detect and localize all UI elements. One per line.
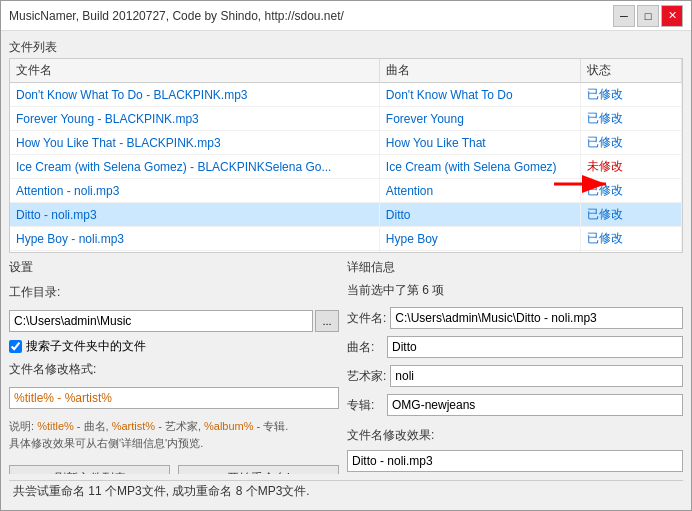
close-button[interactable]: ✕	[661, 5, 683, 27]
details-title: 详细信息	[347, 259, 683, 276]
cell-filename: Don't Know What To Do - BLACKPINK.mp3	[10, 83, 379, 107]
detail-artist-input[interactable]	[390, 365, 683, 387]
main-window: MusicNamer, Build 20120727, Code by Shin…	[0, 0, 692, 511]
format-input-row	[9, 387, 339, 409]
cell-status: 已修改	[581, 227, 682, 251]
maximize-button[interactable]: □	[637, 5, 659, 27]
cell-status: 已修改	[581, 83, 682, 107]
window-body: 文件列表 文件名 曲名 状态 Don't Know What To Do - B…	[1, 31, 691, 510]
detail-artist-label: 艺术家:	[347, 368, 386, 385]
work-dir-input[interactable]	[9, 310, 313, 332]
result-label: 文件名修改效果:	[347, 427, 683, 444]
bottom-section: 设置 工作目录: ... 搜索子文件夹中的文件 文件名修改格式:	[9, 259, 683, 474]
detail-title-label: 曲名:	[347, 339, 383, 356]
cell-title: Forever Young	[379, 107, 580, 131]
desc-text: 说明: %title% - 曲名, %artist% - 艺术家, %album…	[9, 418, 339, 451]
detail-album-row: 专辑:	[347, 394, 683, 416]
desc-line1: 说明: %title% - 曲名, %artist% - 艺术家, %album…	[9, 420, 288, 432]
col-status: 状态	[581, 59, 682, 83]
desc-line2: 具体修改效果可从右侧'详细信息'内预览.	[9, 437, 203, 449]
cell-status: 已修改	[581, 251, 682, 254]
minimize-button[interactable]: ─	[613, 5, 635, 27]
cell-title: Don't Know What To Do	[379, 83, 580, 107]
file-list-section: 文件列表 文件名 曲名 状态 Don't Know What To Do - B…	[9, 39, 683, 253]
table-row[interactable]: OMG - noli.mp3OMG已修改	[10, 251, 682, 254]
cell-filename: How You Like That - BLACKPINK.mp3	[10, 131, 379, 155]
refresh-button[interactable]: 刷新文件列表	[9, 465, 170, 474]
cell-filename: Ice Cream (with Selena Gomez) - BLACKPIN…	[10, 155, 379, 179]
cell-status: 已修改	[581, 131, 682, 155]
col-filename: 文件名	[10, 59, 379, 83]
cell-filename: Hype Boy - noli.mp3	[10, 227, 379, 251]
cell-filename: OMG - noli.mp3	[10, 251, 379, 254]
detail-result-input[interactable]	[347, 450, 683, 472]
detail-result-row	[347, 450, 683, 472]
detail-file-row: 文件名:	[347, 307, 683, 329]
table-row[interactable]: Ditto - noli.mp3Ditto已修改	[10, 203, 682, 227]
search-subdir-label: 搜索子文件夹中的文件	[26, 338, 146, 355]
table-row[interactable]: Ice Cream (with Selena Gomez) - BLACKPIN…	[10, 155, 682, 179]
rename-button[interactable]: 开始重命名!	[178, 465, 339, 474]
detail-album-label: 专辑:	[347, 397, 383, 414]
file-list-label: 文件列表	[9, 39, 683, 56]
dir-row: ...	[9, 310, 339, 332]
cell-filename: Attention - noli.mp3	[10, 179, 379, 203]
detail-title-input[interactable]	[387, 336, 683, 358]
cell-status: 已修改	[581, 179, 682, 203]
table-row[interactable]: Hype Boy - noli.mp3Hype Boy已修改	[10, 227, 682, 251]
status-bar: 共尝试重命名 11 个MP3文件, 成功重命名 8 个MP3文件.	[9, 480, 683, 502]
work-dir-row: 工作目录:	[9, 284, 339, 301]
cell-status: 已修改	[581, 107, 682, 131]
cell-title: OMG	[379, 251, 580, 254]
detail-file-label: 文件名:	[347, 310, 386, 327]
title-buttons: ─ □ ✕	[613, 5, 683, 27]
cell-title: Ditto	[379, 203, 580, 227]
format-label-row: 文件名修改格式:	[9, 361, 339, 378]
cell-title: How You Like That	[379, 131, 580, 155]
settings-title: 设置	[9, 259, 339, 276]
detail-file-input[interactable]	[390, 307, 683, 329]
table-header: 文件名 曲名 状态	[10, 59, 682, 83]
detail-artist-row: 艺术家:	[347, 365, 683, 387]
cell-title: Attention	[379, 179, 580, 203]
current-selected: 当前选中了第 6 项	[347, 282, 683, 299]
search-subdir-row: 搜索子文件夹中的文件	[9, 338, 339, 355]
detail-title-row: 曲名:	[347, 336, 683, 358]
cell-title: Ice Cream (with Selena Gomez)	[379, 155, 580, 179]
work-dir-label: 工作目录:	[9, 284, 69, 301]
cell-filename: Ditto - noli.mp3	[10, 203, 379, 227]
table-row[interactable]: How You Like That - BLACKPINK.mp3How You…	[10, 131, 682, 155]
title-bar: MusicNamer, Build 20120727, Code by Shin…	[1, 1, 691, 31]
search-subdir-checkbox[interactable]	[9, 340, 22, 353]
status-text: 共尝试重命名 11 个MP3文件, 成功重命名 8 个MP3文件.	[13, 484, 310, 498]
col-title: 曲名	[379, 59, 580, 83]
window-title: MusicNamer, Build 20120727, Code by Shin…	[9, 9, 344, 23]
browse-button[interactable]: ...	[315, 310, 339, 332]
format-label: 文件名修改格式:	[9, 361, 96, 378]
file-table: 文件名 曲名 状态 Don't Know What To Do - BLACKP…	[10, 59, 682, 253]
settings-panel: 设置 工作目录: ... 搜索子文件夹中的文件 文件名修改格式:	[9, 259, 339, 474]
file-list-container[interactable]: 文件名 曲名 状态 Don't Know What To Do - BLACKP…	[9, 58, 683, 253]
details-panel: 详细信息 当前选中了第 6 项 文件名: 曲名: 艺术家: 专辑:	[347, 259, 683, 474]
table-row[interactable]: Don't Know What To Do - BLACKPINK.mp3Don…	[10, 83, 682, 107]
cell-title: Hype Boy	[379, 227, 580, 251]
detail-album-input[interactable]	[387, 394, 683, 416]
action-buttons: 刷新文件列表 开始重命名!	[9, 465, 339, 474]
cell-status: 已修改	[581, 203, 682, 227]
cell-filename: Forever Young - BLACKPINK.mp3	[10, 107, 379, 131]
table-row[interactable]: Forever Young - BLACKPINK.mp3Forever You…	[10, 107, 682, 131]
cell-status: 未修改	[581, 155, 682, 179]
format-input[interactable]	[9, 387, 339, 409]
table-row[interactable]: Attention - noli.mp3Attention已修改	[10, 179, 682, 203]
